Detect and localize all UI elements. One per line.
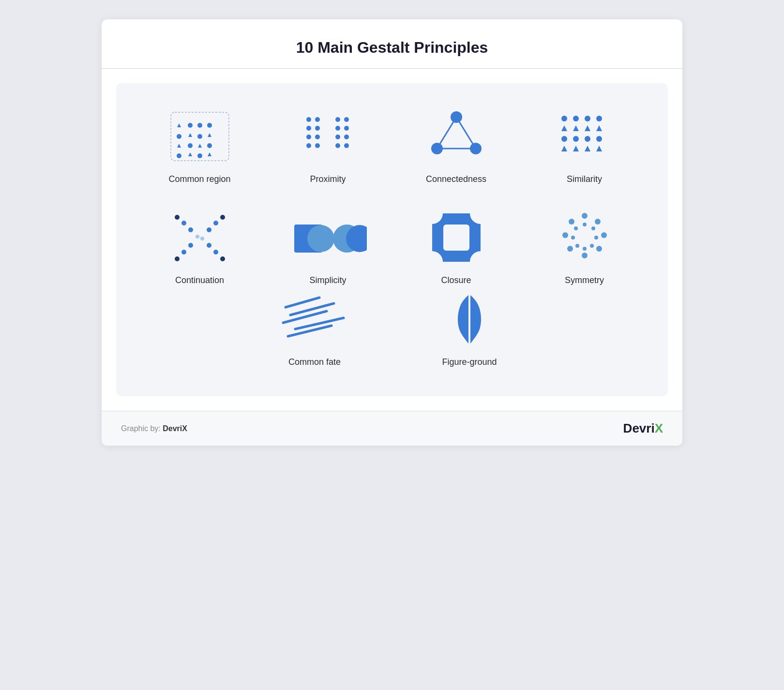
svg-point-12 <box>207 143 212 148</box>
svg-rect-74 <box>443 225 469 251</box>
svg-point-30 <box>344 135 349 139</box>
svg-point-89 <box>594 236 598 240</box>
principle-connectedness: Connectedness <box>392 107 520 184</box>
svg-point-20 <box>315 126 320 131</box>
svg-point-15 <box>197 153 202 158</box>
logo-text-x: X <box>655 421 663 436</box>
svg-point-32 <box>344 143 349 148</box>
svg-point-48 <box>573 136 579 142</box>
svg-point-24 <box>315 143 320 148</box>
svg-line-95 <box>286 298 319 307</box>
principle-common-fate: Common fate <box>276 290 353 367</box>
svg-point-66 <box>175 256 180 261</box>
svg-point-41 <box>585 116 590 121</box>
closure-label: Closure <box>441 275 471 285</box>
symmetry-icon <box>546 209 623 267</box>
svg-point-61 <box>220 215 225 220</box>
svg-marker-53 <box>585 146 590 151</box>
simplicity-icon <box>289 209 367 267</box>
principle-symmetry: Symmetry <box>520 209 648 285</box>
svg-point-21 <box>306 135 311 139</box>
svg-point-55 <box>175 215 180 220</box>
svg-point-93 <box>571 236 575 240</box>
svg-point-2 <box>188 123 193 128</box>
figure-ground-label: Figure-ground <box>442 357 497 367</box>
svg-point-56 <box>181 221 186 225</box>
svg-marker-43 <box>561 125 567 131</box>
proximity-label: Proximity <box>310 174 346 184</box>
svg-point-36 <box>451 111 462 123</box>
common-region-icon <box>161 107 239 165</box>
svg-point-13 <box>177 153 181 158</box>
inner-card: Common region <box>116 83 668 396</box>
common-region-label: Common region <box>168 174 230 184</box>
svg-marker-8 <box>208 133 211 137</box>
svg-marker-1 <box>177 123 181 127</box>
closure-icon <box>418 209 495 267</box>
svg-point-50 <box>596 136 602 142</box>
svg-marker-14 <box>188 152 192 156</box>
symmetry-label: Symmetry <box>565 275 604 285</box>
similarity-icon <box>546 107 623 165</box>
page-title: 10 Main Gestalt Principles <box>121 39 663 57</box>
svg-point-80 <box>595 219 601 225</box>
principle-similarity: Similarity <box>520 107 648 184</box>
svg-point-7 <box>197 134 202 139</box>
svg-point-42 <box>596 116 602 121</box>
svg-marker-54 <box>596 146 602 151</box>
svg-point-47 <box>561 136 567 142</box>
svg-point-68 <box>200 237 204 240</box>
svg-point-70 <box>307 225 334 252</box>
svg-marker-45 <box>585 125 590 131</box>
connectedness-icon <box>418 107 495 165</box>
svg-point-86 <box>569 219 574 225</box>
svg-point-49 <box>585 136 590 142</box>
svg-point-17 <box>306 117 311 122</box>
svg-point-31 <box>335 143 340 148</box>
svg-point-22 <box>315 135 320 139</box>
title-section: 10 Main Gestalt Principles <box>102 19 682 69</box>
svg-point-10 <box>188 143 193 148</box>
svg-point-88 <box>591 226 595 230</box>
svg-point-58 <box>207 243 211 248</box>
principle-closure: Closure <box>392 209 520 285</box>
simplicity-label: Simplicity <box>309 275 346 285</box>
brand-name: DevriX <box>163 424 187 433</box>
svg-point-91 <box>583 247 587 251</box>
principles-grid-row1: Common region <box>136 107 648 184</box>
footer: Graphic by: DevriX DevriX <box>102 411 682 446</box>
principle-figure-ground: Figure-ground <box>431 290 508 367</box>
svg-point-82 <box>596 246 602 252</box>
svg-marker-9 <box>177 144 181 148</box>
svg-point-81 <box>601 232 607 238</box>
common-fate-label: Common fate <box>288 357 341 367</box>
common-fate-icon <box>276 290 353 348</box>
svg-point-90 <box>590 244 594 248</box>
svg-point-4 <box>207 123 212 128</box>
svg-point-67 <box>196 235 199 239</box>
svg-point-40 <box>573 116 579 121</box>
svg-point-39 <box>561 116 567 121</box>
connectedness-label: Connectedness <box>426 174 486 184</box>
graphic-by-label: Graphic by: <box>121 424 161 433</box>
svg-point-29 <box>335 135 340 139</box>
svg-point-57 <box>188 227 193 232</box>
main-card: 10 Main Gestalt Principles <box>102 19 682 446</box>
svg-line-97 <box>283 311 327 323</box>
svg-point-18 <box>315 117 320 122</box>
svg-marker-6 <box>188 133 192 137</box>
principle-continuation: Continuation <box>136 209 264 285</box>
svg-point-83 <box>582 253 588 258</box>
svg-point-94 <box>574 226 578 230</box>
continuation-label: Continuation <box>175 275 224 285</box>
logo-text-main: Devri <box>623 421 655 436</box>
svg-marker-11 <box>198 144 202 148</box>
svg-point-92 <box>575 244 579 248</box>
principle-proximity: Proximity <box>264 107 392 184</box>
svg-point-85 <box>562 232 568 238</box>
svg-point-79 <box>582 213 588 219</box>
svg-marker-51 <box>561 146 567 151</box>
svg-marker-52 <box>573 146 579 151</box>
svg-marker-44 <box>573 125 579 131</box>
svg-point-63 <box>207 227 211 232</box>
